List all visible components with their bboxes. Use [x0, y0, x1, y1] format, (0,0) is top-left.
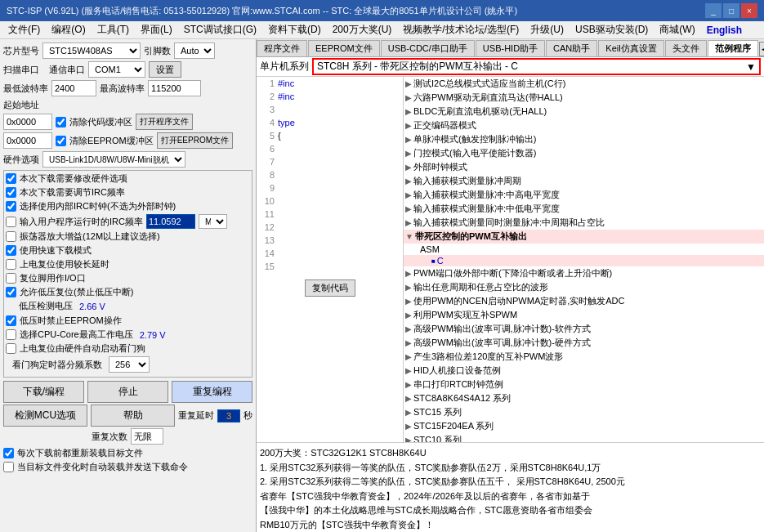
download-button[interactable]: 下载/编程 — [3, 381, 84, 403]
open-program-button[interactable]: 打开程序文件 — [136, 114, 193, 130]
min-baud-input[interactable] — [51, 80, 96, 96]
tree-item[interactable]: ▶外部时钟模式 — [404, 160, 764, 174]
long-delay-checkbox[interactable] — [6, 259, 16, 270]
line-number: 3 — [258, 105, 278, 114]
tab-program-file[interactable]: 程序文件 — [257, 40, 307, 56]
tree-item[interactable]: ▶正交编码器模式 — [404, 118, 764, 132]
menu-stc-debug[interactable]: STC调试接口(G) — [179, 22, 261, 38]
menu-prize[interactable]: 200万大奖(U) — [328, 22, 397, 38]
tree-item[interactable]: ▶使用PWM的NCEN启动NPWMA定时器,实时触发ADC — [404, 294, 764, 308]
start-addr-label: 起始地址 — [3, 99, 39, 111]
tab-can[interactable]: CAN助手 — [546, 40, 597, 56]
reload-checkbox[interactable] — [3, 448, 14, 458]
tree-item[interactable]: ▶输出任意周期和任意占空比的波形 — [404, 280, 764, 294]
close-button[interactable]: × — [741, 3, 757, 18]
tab-usb-hid[interactable]: USB-HID助手 — [476, 40, 545, 56]
tab-header[interactable]: 头文件 — [665, 40, 707, 56]
minimize-button[interactable]: _ — [705, 3, 722, 18]
start-addr-input[interactable] — [3, 114, 52, 130]
fast-download-checkbox[interactable] — [6, 245, 16, 256]
modify-hardware-checkbox[interactable] — [6, 173, 16, 184]
tree-item[interactable]: ▼带死区控制的PWM互补输出 — [404, 230, 764, 244]
tree-expand-icon: ▶ — [405, 218, 412, 227]
tree-item[interactable]: ▶PWM端口做外部中断(下降沿中断或者上升沿中断) — [404, 266, 764, 280]
clear-code-checkbox[interactable] — [56, 117, 66, 127]
tree-item[interactable]: ▶输入捕获模式测量同时测量脉冲:中周期和占空比 — [404, 216, 764, 230]
freq-checkbox[interactable] — [6, 217, 16, 227]
tree-item[interactable]: ▶BLDC无刷直流电机驱动(无HALL) — [404, 105, 764, 118]
tree-item[interactable]: ▶STC8A8K64S4A12 系列 — [404, 391, 764, 405]
hardware-dropdown[interactable]: USB-Link1D/U8W/U8W-Mini脱机 程序扑 — [42, 151, 185, 168]
tree-item-label: HID人机接口设备范例 — [413, 364, 501, 377]
menu-program[interactable]: 编程(O) — [47, 22, 90, 38]
fast-download-label: 使用快速下载模式 — [20, 244, 92, 257]
adjust-irc-checkbox[interactable] — [6, 187, 16, 198]
help-button[interactable]: 帮助 — [91, 405, 175, 427]
setting-button[interactable]: 设置 — [149, 61, 181, 78]
tab-examples[interactable]: 范例程序 — [708, 40, 758, 56]
tree-item[interactable]: ▶六路PWM驱动无刷直流马达(带HALL) — [404, 91, 764, 105]
tree-item[interactable]: ASM — [404, 244, 764, 255]
oscillator-checkbox[interactable] — [6, 231, 16, 242]
tree-item[interactable]: ▶产生3路相位差120度的互补PWM波形 — [404, 350, 764, 364]
open-eeprom-button[interactable]: 打开EEPROM文件 — [157, 132, 233, 149]
tree-item[interactable]: ▶高级PWM输出(波率可调,脉冲计数)-软件方式 — [404, 322, 764, 336]
tab-keil[interactable]: Keil仿真设置 — [598, 40, 663, 56]
com-dropdown[interactable]: COM1 — [88, 61, 145, 78]
tree-item[interactable]: ▶测试I2C总线模式式适应当前主机(C行) — [404, 77, 764, 91]
menu-shop[interactable]: 商城(W) — [655, 22, 699, 38]
tree-item[interactable]: ▶STC10 系列 — [404, 433, 764, 442]
tab-usb-cdc[interactable]: USB-CDC/串口助手 — [381, 40, 475, 56]
tree-item[interactable]: ▶利用PWM实现互补SPWM — [404, 308, 764, 322]
pin-count-dropdown[interactable]: Auto — [174, 42, 215, 59]
tree-item[interactable]: ▶STC15F204EA 系列 — [404, 419, 764, 433]
tree-item[interactable]: ▶高级PWM输出(波率可调,脉冲计数)-硬件方式 — [404, 336, 764, 350]
tree-item[interactable]: ▶串口打印RTC时钟范例 — [404, 378, 764, 391]
tree-item[interactable]: ▶输入捕获模式测量脉冲:中高电平宽度 — [404, 188, 764, 202]
wdt-div-dropdown[interactable]: 256 — [109, 356, 150, 373]
repeat-input[interactable] — [131, 428, 163, 445]
menu-usb-driver[interactable]: USB驱动安装(D) — [570, 22, 653, 38]
chip-dropdown[interactable]: STC15W408AS — [42, 42, 141, 59]
freq-input[interactable] — [146, 214, 195, 229]
tree-item[interactable]: ▶门控模式(输入电平使能计数器) — [404, 146, 764, 160]
watchdog-checkbox[interactable] — [6, 343, 16, 354]
tree-item[interactable]: ▶输入捕获模式测量脉冲周期 — [404, 174, 764, 188]
disable-eeprom-label: 低压时禁止EEPROM操作 — [20, 315, 122, 327]
stop-button[interactable]: 停止 — [87, 381, 168, 403]
series-dropdown-arrow[interactable]: ▼ — [746, 61, 756, 73]
menu-upgrade[interactable]: 升级(U) — [525, 22, 569, 38]
max-baud-input[interactable] — [148, 80, 201, 96]
menu-download[interactable]: 资料下载(D) — [263, 22, 326, 38]
reset-io-checkbox[interactable] — [6, 273, 16, 284]
tree-item-label: 外部时钟模式 — [413, 161, 467, 173]
auto-send-checkbox[interactable] — [3, 462, 14, 472]
clear-eeprom-checkbox[interactable] — [56, 136, 66, 146]
info-line: 【强我中华】的本土化战略思维与STC成长期战略合作，STC愿意资助各省市组委会 — [260, 503, 761, 518]
reprogram-button[interactable]: 重复编程 — [172, 381, 252, 403]
tree-item[interactable]: ▶HID人机接口设备范例 — [404, 364, 764, 378]
eeprom-addr-input[interactable] — [3, 132, 52, 149]
copy-code-button[interactable]: 复制代码 — [305, 279, 355, 297]
low-voltage-reset-checkbox[interactable] — [6, 287, 16, 297]
tree-item[interactable]: ▶输入捕获模式测量脉冲:中低电平宽度 — [404, 202, 764, 216]
tab-eeprom-file[interactable]: EEPROM文件 — [308, 40, 380, 56]
menu-file[interactable]: 文件(F) — [3, 22, 45, 38]
disable-eeprom-checkbox[interactable] — [6, 315, 16, 326]
internal-clock-checkbox[interactable] — [6, 201, 16, 212]
tree-item[interactable]: ▶STC15 系列 — [404, 405, 764, 419]
tree-item-label: 利用PWM实现互补SPWM — [413, 309, 517, 321]
detect-button[interactable]: 检测MCU选项 — [3, 405, 87, 427]
menu-video[interactable]: 视频教学/技术论坛/选型(F) — [398, 22, 524, 38]
freq-unit-dropdown[interactable]: MHz — [199, 214, 227, 229]
tree-item[interactable]: ▶单脉冲模式(触发控制脉冲输出) — [404, 132, 764, 146]
menu-english[interactable]: English — [702, 24, 747, 37]
hardware-label: 硬件选项 — [3, 154, 39, 166]
scroll-left-button[interactable]: ◀ — [759, 42, 764, 56]
menu-ui[interactable]: 界面(L) — [136, 22, 177, 38]
menu-tools[interactable]: 工具(T) — [92, 22, 134, 38]
tree-item[interactable]: ■C — [404, 255, 764, 266]
maximize-button[interactable]: □ — [723, 3, 739, 18]
cpu-voltage-checkbox[interactable] — [6, 329, 16, 340]
tree-expand-icon: ▶ — [405, 93, 412, 102]
